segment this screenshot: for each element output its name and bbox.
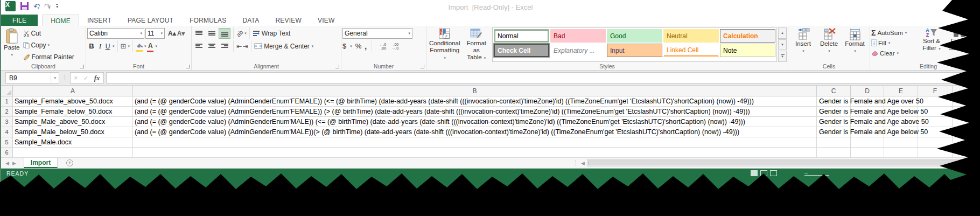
- cell-a2[interactable]: Sample_Female_below_50.docx: [13, 107, 133, 117]
- tab-page-layout[interactable]: PAGE LAYOUT: [120, 15, 181, 26]
- decrease-decimal-button[interactable]: .00→.0: [389, 43, 398, 50]
- name-box-dropdown[interactable]: ▾: [51, 73, 59, 83]
- cut-button[interactable]: Cut: [23, 27, 74, 39]
- autosum-dropdown[interactable]: ▾: [905, 31, 907, 35]
- align-middle-button[interactable]: [206, 28, 218, 39]
- format-as-table-button[interactable]: Format as Table ▾: [462, 27, 491, 62]
- align-center-button[interactable]: [206, 41, 218, 52]
- font-size-select[interactable]: 11▾: [145, 28, 165, 39]
- gallery-scroll-down-icon[interactable]: ▾: [778, 39, 787, 51]
- insert-dropdown[interactable]: ▾: [802, 47, 804, 54]
- decrease-font-icon[interactable]: A▾: [177, 31, 185, 36]
- cell-d5[interactable]: [851, 137, 884, 148]
- tab-scroll-splitter[interactable]: ⋮: [572, 159, 579, 166]
- tab-file[interactable]: FILE: [1, 15, 38, 26]
- alignment-dialog-launcher[interactable]: [335, 65, 339, 68]
- wrap-text-button[interactable]: Wrap Text: [253, 30, 291, 37]
- format-painter-button[interactable]: Format Painter: [23, 51, 74, 62]
- style-item-input[interactable]: Input: [607, 44, 662, 57]
- merge-center-dropdown[interactable]: ▾: [312, 44, 314, 48]
- cell-e5[interactable]: [884, 137, 918, 148]
- row-header-1[interactable]: 1: [1, 96, 13, 107]
- conditional-formatting-button[interactable]: ≠ Conditional Formatting ▾: [428, 27, 462, 62]
- bold-button[interactable]: B: [87, 42, 96, 50]
- cell-b2[interactable]: (and (= (@ genderCode value) (AdminGende…: [133, 107, 817, 117]
- delete-dropdown[interactable]: ▾: [828, 47, 830, 54]
- number-dialog-launcher[interactable]: [421, 65, 424, 68]
- style-item-normal[interactable]: Normal: [494, 29, 549, 43]
- tab-insert[interactable]: INSERT: [79, 15, 120, 26]
- find-select-button[interactable]: Find & Select ▾: [946, 27, 974, 62]
- row-header-6[interactable]: 6: [1, 148, 13, 158]
- style-item-calculation[interactable]: Calculation: [720, 29, 775, 43]
- borders-dropdown[interactable]: ▾: [128, 44, 130, 48]
- column-header-f[interactable]: F: [918, 86, 953, 96]
- delete-cells-button[interactable]: Delete ▾: [817, 27, 842, 62]
- font-color-button[interactable]: A: [147, 40, 153, 52]
- new-sheet-icon[interactable]: +: [66, 159, 73, 166]
- paste-dropdown[interactable]: ▾: [11, 51, 13, 58]
- underline-dropdown[interactable]: ▾: [113, 44, 115, 48]
- align-top-button[interactable]: [193, 28, 205, 39]
- underline-button[interactable]: U: [104, 43, 111, 50]
- zoom-slider[interactable]: –: [804, 171, 829, 176]
- tab-view[interactable]: VIEW: [310, 15, 342, 26]
- format-cells-button[interactable]: Format ▾: [843, 27, 867, 62]
- align-bottom-button[interactable]: [219, 28, 230, 39]
- normal-view-icon[interactable]: [751, 170, 758, 176]
- column-header-a[interactable]: A: [13, 86, 133, 96]
- copy-button[interactable]: Copy ▾: [23, 39, 74, 51]
- sort-filter-button[interactable]: A Z Sort & Filter ▾: [918, 27, 946, 62]
- cell-c3[interactable]: Gender is Female and Age above 50: [817, 117, 851, 127]
- merge-center-button[interactable]: Merge & Center ▾: [254, 43, 313, 50]
- cell-f5[interactable]: [918, 137, 953, 148]
- increase-indent-icon[interactable]: ⇥: [243, 43, 248, 50]
- paste-button[interactable]: Paste ▾: [2, 27, 21, 62]
- sheet-tab-import[interactable]: Import: [24, 158, 58, 168]
- copy-dropdown[interactable]: ▾: [47, 43, 50, 47]
- clear-dropdown[interactable]: ▾: [897, 51, 899, 55]
- row-header-2[interactable]: 2: [1, 107, 13, 117]
- percent-style-button[interactable]: %: [355, 42, 362, 50]
- enter-icon[interactable]: ✓: [83, 74, 89, 82]
- fill-color-dropdown[interactable]: ▾: [144, 44, 146, 48]
- gallery-scroll-up-icon[interactable]: ▴: [778, 27, 787, 39]
- cell-f6[interactable]: [918, 148, 953, 158]
- insert-cells-button[interactable]: Insert ▾: [791, 27, 816, 62]
- orientation-icon[interactable]: ab: [235, 29, 244, 38]
- cell-b6[interactable]: [133, 148, 817, 158]
- cell-b5[interactable]: [133, 137, 817, 148]
- cell-a6[interactable]: [13, 148, 133, 158]
- cell-c4[interactable]: Gender is Female and Age below 50: [817, 127, 851, 137]
- decrease-indent-icon[interactable]: ⇤: [236, 43, 242, 50]
- fill-button[interactable]: ↓ Fill ▾: [871, 38, 918, 48]
- horizontal-scrollbar[interactable]: [587, 159, 980, 166]
- italic-button[interactable]: I: [97, 42, 103, 51]
- increase-decimal-button[interactable]: ←.0.00: [377, 43, 386, 50]
- comma-style-button[interactable]: ,: [365, 42, 367, 51]
- cell-a4[interactable]: Sample_Male_below_50.docx: [13, 127, 133, 137]
- hscroll-left-icon[interactable]: ◀: [581, 161, 585, 166]
- cell-d6[interactable]: [851, 148, 884, 158]
- insert-function-icon[interactable]: fx: [94, 74, 100, 82]
- increase-font-icon[interactable]: A▴: [168, 31, 176, 36]
- font-family-select[interactable]: Calibri▾: [87, 28, 144, 39]
- formula-input[interactable]: [106, 72, 980, 83]
- align-left-button[interactable]: [193, 41, 205, 52]
- horizontal-scrollbar-thumb[interactable]: [588, 161, 956, 165]
- cell-a1[interactable]: Sample_Female_above_50.docx: [13, 96, 133, 107]
- clear-button[interactable]: Clear ▾: [871, 48, 918, 58]
- fill-dropdown[interactable]: ▾: [888, 41, 891, 45]
- cell-b1[interactable]: (and (= (@ genderCode value) (AdminGende…: [133, 96, 817, 107]
- page-layout-view-icon[interactable]: [760, 170, 767, 176]
- tab-data[interactable]: DATA: [234, 15, 267, 26]
- cell-c1[interactable]: Gender is Female and Age over 50: [817, 96, 851, 107]
- style-item-note[interactable]: Note: [720, 44, 775, 57]
- style-item-neutral[interactable]: Neutral: [663, 29, 719, 43]
- sheet-prev-icon[interactable]: ◀: [5, 161, 9, 166]
- row-header-5[interactable]: 5: [1, 137, 13, 148]
- borders-icon[interactable]: ⊞: [121, 42, 127, 50]
- tab-home[interactable]: HOME: [42, 15, 79, 26]
- orientation-dropdown[interactable]: ▾: [244, 31, 247, 36]
- style-item-check-cell[interactable]: Check Cell: [494, 44, 549, 57]
